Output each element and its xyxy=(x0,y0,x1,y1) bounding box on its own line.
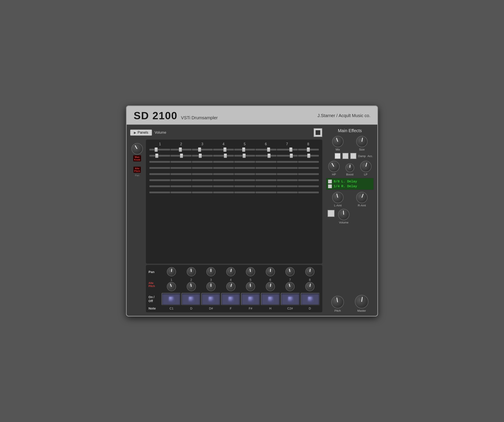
slider-track-3-5[interactable] xyxy=(234,161,255,163)
damp-sq-button[interactable] xyxy=(342,153,348,159)
onoff-btn-7[interactable] xyxy=(281,293,300,305)
slider-track-6-5[interactable] xyxy=(234,179,255,181)
slider-track-5-1[interactable] xyxy=(149,173,170,175)
slider-track-5-4[interactable] xyxy=(213,173,234,175)
slider-track-5-5[interactable] xyxy=(234,173,255,175)
slider-track-7-8[interactable] xyxy=(298,186,319,187)
pan-knob-4[interactable] xyxy=(226,267,235,276)
slider-track-6-4[interactable] xyxy=(213,179,234,181)
slider-track-1-2[interactable] xyxy=(171,149,191,151)
slider-track-4-4[interactable] xyxy=(213,167,234,169)
pitch-main-knob[interactable] xyxy=(331,296,344,308)
slider-track-1-4[interactable] xyxy=(213,149,234,151)
size-knob[interactable] xyxy=(356,136,367,147)
slider-track-6-7[interactable] xyxy=(277,179,298,181)
slider-track-7-2[interactable] xyxy=(171,186,191,187)
slider-track-2-6[interactable] xyxy=(256,155,276,157)
slider-track-5-3[interactable] xyxy=(192,173,213,175)
onoff-btn-1[interactable] xyxy=(162,293,180,305)
l-amt-knob[interactable] xyxy=(332,192,343,203)
pan-knob-7[interactable] xyxy=(285,267,294,276)
slider-track-7-6[interactable] xyxy=(256,186,276,187)
panels-button[interactable]: ▶ Panels xyxy=(130,130,152,136)
pan-knob-3[interactable] xyxy=(206,267,216,276)
slider-track-5-2[interactable] xyxy=(171,173,191,175)
acc-sq-button[interactable] xyxy=(350,153,356,159)
slider-track-6-2[interactable] xyxy=(171,179,191,181)
pan-knob-1[interactable] xyxy=(167,267,176,276)
slider-track-1-5[interactable] xyxy=(234,149,255,151)
pitch-knob-7[interactable] xyxy=(285,282,294,291)
slider-track-3-7[interactable] xyxy=(277,161,298,163)
slider-track-6-6[interactable] xyxy=(256,179,276,181)
master-knob[interactable] xyxy=(355,295,368,308)
slider-track-4-8[interactable] xyxy=(298,167,319,169)
lp-knob[interactable] xyxy=(360,161,372,172)
slider-track-2-4[interactable] xyxy=(213,155,234,157)
volume-knob[interactable] xyxy=(338,209,349,220)
onoff-btn-8[interactable] xyxy=(301,293,320,305)
pitch-knob-2[interactable] xyxy=(187,282,196,291)
boost-knob[interactable] xyxy=(345,163,354,172)
slider-track-7-7[interactable] xyxy=(277,186,298,187)
slider-track-2-3[interactable] xyxy=(192,155,213,157)
mix-sq-button[interactable] xyxy=(335,153,341,159)
slider-track-2-1[interactable] xyxy=(149,155,170,157)
pitch-knob-4[interactable] xyxy=(226,282,235,291)
slider-track-2-2[interactable] xyxy=(171,155,191,157)
slider-track-3-4[interactable] xyxy=(213,161,234,163)
pan-knob-5[interactable] xyxy=(246,267,255,276)
slider-track-4-6[interactable] xyxy=(256,167,276,169)
onoff-btn-6[interactable] xyxy=(261,293,280,305)
pitch-knob-5[interactable] xyxy=(246,282,255,291)
onoff-btn-3[interactable] xyxy=(201,293,220,305)
slider-track-5-6[interactable] xyxy=(256,173,276,175)
slider-track-8-5[interactable] xyxy=(234,192,255,193)
slider-track-4-7[interactable] xyxy=(277,167,298,169)
slider-track-4-5[interactable] xyxy=(234,167,255,169)
slider-track-5-7[interactable] xyxy=(277,173,298,175)
slider-track-6-3[interactable] xyxy=(192,179,213,181)
pitch-knob-3[interactable] xyxy=(206,282,216,291)
slider-track-1-7[interactable] xyxy=(277,149,298,151)
slider-track-4-2[interactable] xyxy=(171,167,191,169)
r-amt-knob[interactable] xyxy=(356,192,367,203)
slider-track-3-1[interactable] xyxy=(149,161,170,163)
slider-track-7-5[interactable] xyxy=(234,186,255,187)
slider-track-8-4[interactable] xyxy=(213,192,234,193)
slider-track-2-5[interactable] xyxy=(234,155,255,157)
slider-track-4-1[interactable] xyxy=(149,167,170,169)
slider-track-3-6[interactable] xyxy=(256,161,276,163)
slider-track-3-2[interactable] xyxy=(171,161,191,163)
pitch-knob-1[interactable] xyxy=(167,282,176,291)
r-delay-sq-button[interactable] xyxy=(328,184,332,188)
onoff-btn-2[interactable] xyxy=(181,293,200,305)
slider-track-8-8[interactable] xyxy=(298,192,319,193)
l-delay-sq-button[interactable] xyxy=(328,180,332,183)
pan-knob-8[interactable] xyxy=(305,267,314,276)
main-knob[interactable] xyxy=(132,143,143,154)
slider-track-6-8[interactable] xyxy=(298,179,319,181)
slider-track-5-8[interactable] xyxy=(298,173,319,175)
slider-track-8-7[interactable] xyxy=(277,192,298,193)
slider-track-6-1[interactable] xyxy=(149,179,170,181)
slider-track-1-3[interactable] xyxy=(192,149,213,151)
slider-track-8-3[interactable] xyxy=(192,192,213,193)
slider-track-3-3[interactable] xyxy=(192,161,213,163)
slider-track-1-1[interactable] xyxy=(149,149,170,151)
onoff-btn-4[interactable] xyxy=(221,293,240,305)
onoff-btn-5[interactable] xyxy=(241,293,260,305)
pitch-knob-8[interactable] xyxy=(305,282,314,291)
volume-sq-button[interactable] xyxy=(328,210,335,217)
slider-track-8-6[interactable] xyxy=(256,192,276,193)
slider-track-8-1[interactable] xyxy=(149,192,170,193)
slider-track-7-3[interactable] xyxy=(192,186,213,187)
pan-knob-6[interactable] xyxy=(266,267,275,276)
slider-track-8-2[interactable] xyxy=(171,192,191,193)
hp-knob[interactable] xyxy=(328,161,340,172)
mix-knob[interactable] xyxy=(332,136,343,147)
slider-track-7-4[interactable] xyxy=(213,186,234,187)
display-square-button[interactable] xyxy=(314,128,322,137)
slider-track-4-3[interactable] xyxy=(192,167,213,169)
slider-track-3-8[interactable] xyxy=(298,161,319,163)
